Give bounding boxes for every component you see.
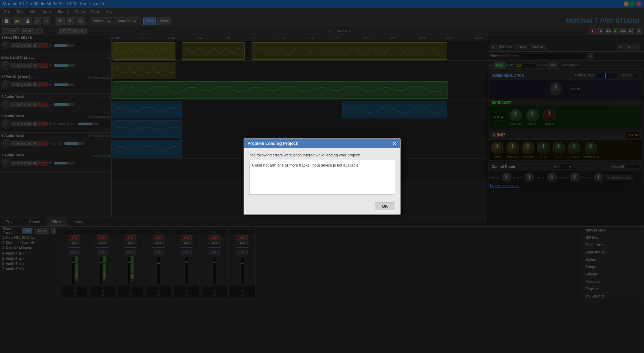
dialog-overlay: Problem Loading Project! ✕ The following… [0,0,644,353]
dialog-title: Problem Loading Project! [248,141,299,146]
dialog-footer: OK [244,200,400,214]
dialog-error-text: Could not arm one or more tracks, input … [252,163,360,167]
dialog-titlebar: Problem Loading Project! ✕ [244,139,400,148]
dialog-body: The following errors were encountered wh… [244,148,400,200]
dialog-close-button[interactable]: ✕ [392,141,397,146]
dialog-ok-button[interactable]: OK [375,203,395,210]
dialog-message: The following errors were encountered wh… [249,153,395,157]
dialog-error-box: Could not arm one or more tracks, input … [249,160,395,195]
problem-loading-dialog: Problem Loading Project! ✕ The following… [244,138,401,215]
